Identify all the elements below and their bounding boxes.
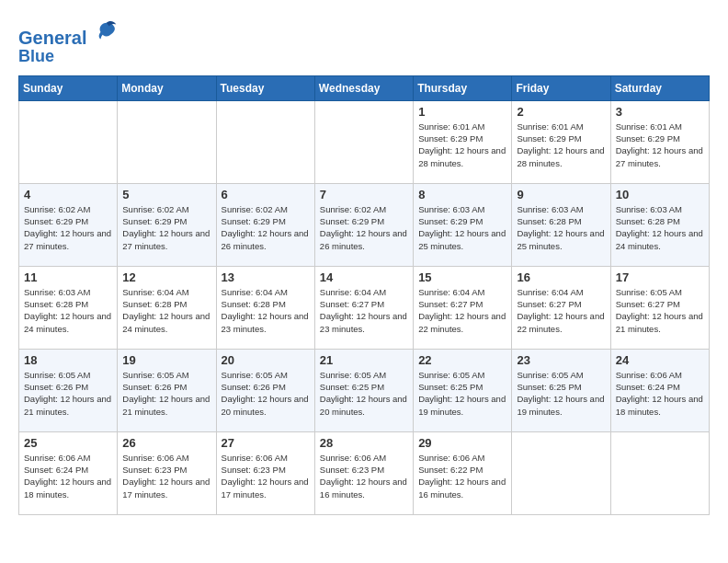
header-day-saturday: Saturday xyxy=(610,75,709,100)
day-number: 8 xyxy=(418,188,506,201)
calendar-cell xyxy=(118,100,216,183)
week-row-1: 1Sunrise: 6:01 AMSunset: 6:29 PMDaylight… xyxy=(19,100,710,183)
page-header: General Blue xyxy=(18,18,710,66)
week-row-4: 18Sunrise: 6:05 AMSunset: 6:26 PMDayligh… xyxy=(19,349,710,431)
day-number: 28 xyxy=(320,436,408,450)
day-number: 14 xyxy=(320,270,408,284)
day-number: 21 xyxy=(320,353,408,367)
week-row-5: 25Sunrise: 6:06 AMSunset: 6:24 PMDayligh… xyxy=(19,431,710,514)
calendar-cell: 18Sunrise: 6:05 AMSunset: 6:26 PMDayligh… xyxy=(19,349,118,431)
day-number: 27 xyxy=(222,436,310,450)
calendar-cell: 17Sunrise: 6:05 AMSunset: 6:27 PMDayligh… xyxy=(610,266,709,349)
day-info: Sunrise: 6:03 AMSunset: 6:28 PMDaylight:… xyxy=(616,203,704,252)
day-info: Sunrise: 6:06 AMSunset: 6:23 PMDaylight:… xyxy=(122,452,210,500)
day-info: Sunrise: 6:03 AMSunset: 6:29 PMDaylight:… xyxy=(418,203,506,252)
day-number: 5 xyxy=(122,188,210,201)
day-number: 17 xyxy=(616,270,704,284)
day-number: 15 xyxy=(418,270,506,284)
calendar-cell xyxy=(314,100,413,183)
calendar-cell xyxy=(19,100,118,183)
calendar-cell: 26Sunrise: 6:06 AMSunset: 6:23 PMDayligh… xyxy=(118,431,216,514)
calendar-cell: 3Sunrise: 6:01 AMSunset: 6:29 PMDaylight… xyxy=(610,100,709,183)
calendar-cell: 25Sunrise: 6:06 AMSunset: 6:24 PMDayligh… xyxy=(19,431,118,514)
day-number: 3 xyxy=(616,105,704,119)
calendar-cell: 4Sunrise: 6:02 AMSunset: 6:29 PMDaylight… xyxy=(19,183,118,266)
calendar-cell: 19Sunrise: 6:05 AMSunset: 6:26 PMDayligh… xyxy=(118,349,216,431)
day-info: Sunrise: 6:04 AMSunset: 6:28 PMDaylight:… xyxy=(122,286,210,335)
header-day-monday: Monday xyxy=(118,75,216,100)
day-info: Sunrise: 6:01 AMSunset: 6:29 PMDaylight:… xyxy=(517,121,605,169)
header-day-wednesday: Wednesday xyxy=(314,75,413,100)
day-number: 4 xyxy=(24,188,112,201)
calendar-cell xyxy=(610,431,709,514)
day-number: 9 xyxy=(517,188,605,201)
day-number: 24 xyxy=(616,353,704,367)
day-info: Sunrise: 6:01 AMSunset: 6:29 PMDaylight:… xyxy=(616,121,704,169)
day-number: 29 xyxy=(418,436,506,450)
calendar-cell: 15Sunrise: 6:04 AMSunset: 6:27 PMDayligh… xyxy=(414,266,512,349)
calendar-cell: 8Sunrise: 6:03 AMSunset: 6:29 PMDaylight… xyxy=(414,183,512,266)
calendar-cell: 20Sunrise: 6:05 AMSunset: 6:26 PMDayligh… xyxy=(216,349,314,431)
day-info: Sunrise: 6:06 AMSunset: 6:22 PMDaylight:… xyxy=(418,452,506,500)
day-number: 11 xyxy=(24,270,112,284)
header-day-thursday: Thursday xyxy=(414,75,512,100)
day-info: Sunrise: 6:05 AMSunset: 6:25 PMDaylight:… xyxy=(418,369,506,418)
day-info: Sunrise: 6:04 AMSunset: 6:27 PMDaylight:… xyxy=(418,286,506,335)
day-info: Sunrise: 6:06 AMSunset: 6:23 PMDaylight:… xyxy=(320,452,408,500)
calendar-cell: 27Sunrise: 6:06 AMSunset: 6:23 PMDayligh… xyxy=(216,431,314,514)
header-day-sunday: Sunday xyxy=(19,75,118,100)
day-info: Sunrise: 6:03 AMSunset: 6:28 PMDaylight:… xyxy=(24,286,112,335)
calendar-cell: 13Sunrise: 6:04 AMSunset: 6:28 PMDayligh… xyxy=(216,266,314,349)
day-info: Sunrise: 6:05 AMSunset: 6:25 PMDaylight:… xyxy=(517,369,605,418)
calendar-cell: 14Sunrise: 6:04 AMSunset: 6:27 PMDayligh… xyxy=(314,266,413,349)
day-number: 13 xyxy=(222,270,310,284)
logo: General Blue xyxy=(18,18,119,66)
calendar-cell: 7Sunrise: 6:02 AMSunset: 6:29 PMDaylight… xyxy=(314,183,413,266)
day-number: 10 xyxy=(616,188,704,201)
calendar-cell: 28Sunrise: 6:06 AMSunset: 6:23 PMDayligh… xyxy=(314,431,413,514)
week-row-3: 11Sunrise: 6:03 AMSunset: 6:28 PMDayligh… xyxy=(19,266,710,349)
day-number: 16 xyxy=(517,270,605,284)
calendar-body: 1Sunrise: 6:01 AMSunset: 6:29 PMDaylight… xyxy=(19,100,710,514)
day-number: 20 xyxy=(222,353,310,367)
header-day-tuesday: Tuesday xyxy=(216,75,314,100)
calendar-cell: 11Sunrise: 6:03 AMSunset: 6:28 PMDayligh… xyxy=(19,266,118,349)
calendar-cell xyxy=(512,431,610,514)
day-number: 2 xyxy=(517,105,605,119)
day-info: Sunrise: 6:04 AMSunset: 6:27 PMDaylight:… xyxy=(517,286,605,335)
day-info: Sunrise: 6:03 AMSunset: 6:28 PMDaylight:… xyxy=(517,203,605,252)
day-info: Sunrise: 6:02 AMSunset: 6:29 PMDaylight:… xyxy=(320,203,408,252)
day-number: 26 xyxy=(122,436,210,450)
header-day-friday: Friday xyxy=(512,75,610,100)
calendar-cell: 29Sunrise: 6:06 AMSunset: 6:22 PMDayligh… xyxy=(414,431,512,514)
calendar-cell: 1Sunrise: 6:01 AMSunset: 6:29 PMDaylight… xyxy=(414,100,512,183)
header-row: SundayMondayTuesdayWednesdayThursdayFrid… xyxy=(19,75,710,100)
calendar-cell: 5Sunrise: 6:02 AMSunset: 6:29 PMDaylight… xyxy=(118,183,216,266)
day-info: Sunrise: 6:01 AMSunset: 6:29 PMDaylight:… xyxy=(418,121,506,169)
logo-text2: Blue xyxy=(18,48,119,66)
day-info: Sunrise: 6:05 AMSunset: 6:26 PMDaylight:… xyxy=(122,369,210,418)
calendar-cell: 2Sunrise: 6:01 AMSunset: 6:29 PMDaylight… xyxy=(512,100,610,183)
day-info: Sunrise: 6:04 AMSunset: 6:27 PMDaylight:… xyxy=(320,286,408,335)
day-info: Sunrise: 6:02 AMSunset: 6:29 PMDaylight:… xyxy=(222,203,310,252)
day-info: Sunrise: 6:06 AMSunset: 6:24 PMDaylight:… xyxy=(24,452,112,500)
day-number: 6 xyxy=(222,188,310,201)
day-info: Sunrise: 6:05 AMSunset: 6:25 PMDaylight:… xyxy=(320,369,408,418)
calendar-cell: 9Sunrise: 6:03 AMSunset: 6:28 PMDaylight… xyxy=(512,183,610,266)
day-number: 19 xyxy=(122,353,210,367)
day-number: 25 xyxy=(24,436,112,450)
day-number: 18 xyxy=(24,353,112,367)
day-info: Sunrise: 6:02 AMSunset: 6:29 PMDaylight:… xyxy=(24,203,112,252)
day-info: Sunrise: 6:05 AMSunset: 6:26 PMDaylight:… xyxy=(24,369,112,418)
day-info: Sunrise: 6:02 AMSunset: 6:29 PMDaylight:… xyxy=(122,203,210,252)
calendar-table: SundayMondayTuesdayWednesdayThursdayFrid… xyxy=(18,75,710,515)
day-number: 12 xyxy=(122,270,210,284)
calendar-cell: 24Sunrise: 6:06 AMSunset: 6:24 PMDayligh… xyxy=(610,349,709,431)
day-number: 22 xyxy=(418,353,506,367)
day-info: Sunrise: 6:05 AMSunset: 6:27 PMDaylight:… xyxy=(616,286,704,335)
day-number: 7 xyxy=(320,188,408,201)
logo-bird-icon xyxy=(94,18,119,44)
logo-text: General xyxy=(18,18,119,48)
calendar-cell: 16Sunrise: 6:04 AMSunset: 6:27 PMDayligh… xyxy=(512,266,610,349)
week-row-2: 4Sunrise: 6:02 AMSunset: 6:29 PMDaylight… xyxy=(19,183,710,266)
